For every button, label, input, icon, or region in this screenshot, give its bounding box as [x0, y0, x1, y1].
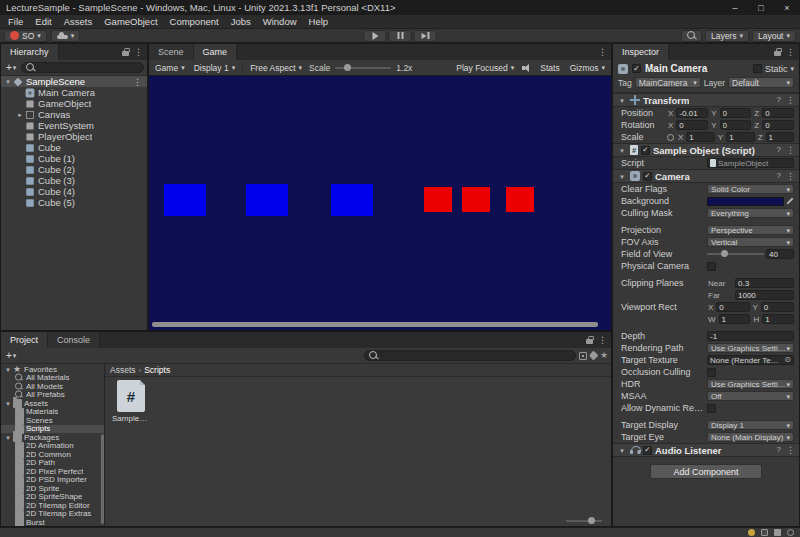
aspect-ratio-dropdown[interactable]: Free Aspect ▾ [248, 63, 304, 73]
component-enabled-checkbox[interactable]: ✓ [643, 172, 652, 181]
hierarchy-item-samplescene[interactable]: ▾SampleScene⋮ [1, 76, 147, 87]
audio-listener-section-header[interactable]: ▾ ✓ Audio Listener ? ⋮ [613, 443, 799, 457]
menu-window[interactable]: Window [257, 15, 303, 28]
project-searchbox[interactable] [364, 350, 576, 361]
foldout-arrow-icon[interactable]: ▾ [617, 447, 627, 454]
hierarchy-item-cube[interactable]: Cube [1, 142, 147, 153]
eyedropper-icon[interactable] [786, 197, 794, 206]
near-field[interactable] [735, 278, 794, 288]
tab-inspector[interactable]: Inspector [613, 44, 669, 60]
tab-console[interactable]: Console [48, 332, 100, 348]
vertical-scrollbar[interactable] [101, 434, 104, 524]
menu-assets[interactable]: Assets [58, 15, 99, 28]
component-menu-icon[interactable]: ⋮ [786, 146, 795, 155]
fov-axis-dropdown[interactable]: Vertical▾ [707, 237, 794, 247]
layers-dropdown[interactable]: Layers ▾ [705, 30, 749, 42]
msaa-dropdown[interactable]: Off▾ [707, 391, 794, 401]
projection-dropdown[interactable]: Perspective▾ [707, 225, 794, 235]
help-icon[interactable]: ? [777, 96, 781, 104]
search-by-type-icon[interactable] [579, 352, 587, 360]
search-button[interactable] [681, 30, 702, 42]
display-dropdown[interactable]: Display 1 ▾ [192, 63, 237, 73]
project-item-all-materials[interactable]: All Materials [1, 374, 104, 383]
position-y-field[interactable] [720, 108, 752, 118]
tag-dropdown[interactable]: MainCamera ▾ [635, 77, 701, 88]
lock-icon[interactable] [586, 339, 593, 344]
rendering-path-dropdown[interactable]: Use Graphics Settings▾ [707, 343, 794, 353]
slider-knob[interactable] [721, 250, 728, 257]
project-section-favorites[interactable]: ▾Favorites [1, 365, 104, 374]
gizmos-dropdown[interactable]: Gizmos ▾ [568, 63, 607, 73]
close-button[interactable]: × [774, 0, 800, 15]
rotation-x-field[interactable] [676, 120, 708, 130]
foldout-arrow-icon[interactable]: ▾ [617, 147, 627, 154]
play-button[interactable] [364, 30, 387, 42]
tab-hierarchy[interactable]: Hierarchy [1, 44, 59, 60]
hierarchy-item-gameobject[interactable]: GameObject [1, 98, 147, 109]
component-menu-icon[interactable]: ⋮ [786, 446, 795, 455]
project-search-input[interactable] [381, 351, 571, 361]
slider-knob[interactable] [344, 64, 351, 71]
scale-slider[interactable] [335, 67, 391, 69]
background-tasks-icon[interactable] [774, 529, 781, 536]
asset-sampleobj[interactable]: #SampleObj... [112, 380, 150, 423]
tab-scene[interactable]: Scene [149, 44, 194, 60]
x-field[interactable] [716, 302, 749, 312]
mute-audio-icon[interactable] [522, 63, 532, 72]
panel-menu-icon[interactable]: ⋮ [786, 48, 795, 57]
position-z-field[interactable] [762, 108, 794, 118]
hdr-dropdown[interactable]: Use Graphics Settings▾ [707, 379, 794, 389]
project-item-burst[interactable]: Burst [1, 518, 104, 526]
console-icon[interactable] [761, 529, 768, 536]
panel-menu-icon[interactable]: ⋮ [598, 48, 607, 57]
menu-gameobject[interactable]: GameObject [98, 15, 163, 28]
static-dropdown[interactable]: Static ▾ [753, 64, 794, 74]
occlusion-culling-checkbox[interactable] [707, 368, 716, 377]
hierarchy-searchbox[interactable] [21, 62, 144, 73]
field-of-view-slider[interactable] [707, 253, 764, 255]
create-asset-button[interactable]: + ▾ [4, 350, 18, 361]
constrain-proportions-icon[interactable] [667, 134, 674, 141]
far-field[interactable] [735, 290, 794, 300]
foldout-arrow-icon[interactable]: ▾ [617, 97, 627, 104]
field-of-view-field[interactable] [766, 249, 794, 259]
step-button[interactable] [414, 30, 437, 42]
component-enabled-checkbox[interactable]: ✓ [641, 146, 650, 155]
foldout-arrow-icon[interactable]: ▾ [3, 366, 13, 373]
hierarchy-search-input[interactable] [38, 63, 139, 73]
pause-button[interactable] [389, 30, 412, 42]
sample-object-section-header[interactable]: ▾ # ✓ Sample Object (Script) ? ⋮ [613, 143, 799, 157]
component-menu-icon[interactable]: ⋮ [786, 172, 795, 181]
breadcrumb-scripts[interactable]: Scripts [144, 365, 170, 375]
component-enabled-checkbox[interactable]: ✓ [643, 446, 652, 455]
rotation-y-field[interactable] [720, 120, 752, 130]
item-menu-icon[interactable]: ⋮ [133, 77, 145, 87]
hierarchy-item-cube-2[interactable]: Cube (2) [1, 164, 147, 175]
layer-dropdown[interactable]: Default ▾ [728, 77, 794, 88]
add-component-button[interactable]: Add Component [650, 464, 762, 479]
rotation-z-field[interactable] [762, 120, 794, 130]
physical-camera-checkbox[interactable] [707, 262, 716, 271]
help-icon[interactable]: ? [777, 172, 781, 180]
panel-menu-icon[interactable]: ⋮ [134, 48, 143, 57]
static-checkbox[interactable] [753, 64, 762, 73]
project-item-all-models[interactable]: All Models [1, 382, 104, 391]
tab-game[interactable]: Game [194, 44, 238, 60]
save-search-icon[interactable]: ★ [600, 351, 608, 360]
expand-arrow-icon[interactable]: ▾ [3, 78, 13, 85]
menu-help[interactable]: Help [303, 15, 335, 28]
expand-arrow-icon[interactable]: ▸ [15, 111, 25, 118]
lock-icon[interactable] [122, 51, 129, 56]
h-field[interactable] [762, 314, 794, 324]
target-display-dropdown[interactable]: Display 1▾ [707, 420, 794, 430]
hierarchy-item-cube-1[interactable]: Cube (1) [1, 153, 147, 164]
background-color-swatch[interactable] [707, 197, 784, 206]
transform-section-header[interactable]: ▾ Transform ? ⋮ [613, 93, 799, 107]
layout-dropdown[interactable]: Layout ▾ [752, 30, 796, 42]
hierarchy-item-eventsystem[interactable]: EventSystem [1, 120, 147, 131]
w-field[interactable] [719, 314, 751, 324]
scale-x-field[interactable] [686, 132, 714, 142]
allow-dynamic-resol-checkbox[interactable] [707, 404, 716, 413]
menu-file[interactable]: File [2, 15, 29, 28]
foldout-arrow-icon[interactable]: ▾ [3, 434, 13, 441]
